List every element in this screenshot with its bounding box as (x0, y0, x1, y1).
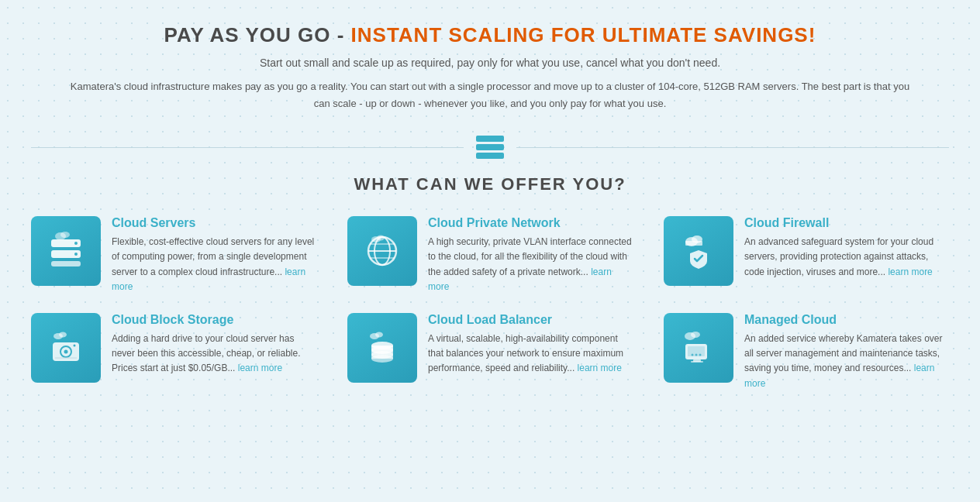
cloud-private-network-title: Cloud Private Network (428, 216, 633, 230)
cloud-private-network-icon (347, 216, 417, 286)
card-cloud-private-network: Cloud Private Network A high security, p… (347, 216, 633, 294)
card-cloud-servers: Cloud Servers Flexible, cost-effective c… (31, 216, 316, 294)
cloud-firewall-title: Cloud Firewall (744, 216, 949, 230)
svg-point-18 (59, 332, 67, 337)
card-cloud-firewall: Cloud Firewall An advanced safeguard sys… (664, 216, 949, 294)
divider-line-left (31, 147, 464, 148)
cloud-servers-icon (31, 216, 101, 286)
cloud-load-balancer-link[interactable]: learn more (578, 363, 622, 373)
divider (31, 136, 949, 159)
svg-rect-2 (51, 261, 81, 266)
cloud-block-storage-title: Cloud Block Storage (112, 313, 316, 327)
cloud-load-balancer-icon (347, 313, 417, 383)
card-cloud-load-balancer: Cloud Load Balancer A virtual, scalable,… (347, 313, 633, 391)
subtitle: Start out small and scale up as required… (31, 57, 949, 69)
title-static: PAY AS YOU GO - (164, 23, 351, 46)
offers-title: WHAT CAN WE OFFER YOU? (31, 174, 949, 194)
cloud-block-storage-link[interactable]: learn more (238, 363, 282, 373)
cloud-firewall-content: Cloud Firewall An advanced safeguard sys… (744, 216, 949, 280)
cloud-private-network-text: A high security, private VLAN interface … (428, 235, 633, 294)
svg-rect-16 (685, 241, 702, 246)
svg-point-6 (60, 232, 70, 238)
cloud-block-storage-text: Adding a hard drive to your cloud server… (112, 332, 316, 376)
managed-cloud-icon (664, 313, 733, 383)
managed-cloud-content: Managed Cloud An added service whereby K… (744, 313, 949, 391)
cloud-servers-title: Cloud Servers (112, 216, 316, 230)
divider-line-right (516, 147, 949, 148)
svg-point-22 (74, 344, 76, 346)
cloud-firewall-icon (664, 216, 733, 286)
cloud-load-balancer-content: Cloud Load Balancer A virtual, scalable,… (428, 313, 633, 376)
cloud-firewall-link[interactable]: learn more (888, 266, 932, 277)
cloud-load-balancer-title: Cloud Load Balancer (428, 313, 633, 327)
cloud-servers-text: Flexible, cost-effective cloud servers f… (112, 235, 316, 294)
cloud-firewall-text: An advanced safeguard system for your cl… (744, 235, 949, 280)
svg-point-4 (74, 253, 78, 256)
header-section: PAY AS YOU GO - INSTANT SCALING FOR ULTI… (31, 23, 949, 112)
cloud-block-storage-icon (31, 313, 101, 383)
svg-point-21 (64, 349, 68, 353)
svg-rect-38 (691, 361, 703, 363)
svg-point-3 (74, 242, 78, 245)
divider-bar-2 (476, 144, 504, 150)
svg-point-13 (377, 236, 385, 241)
svg-point-39 (692, 353, 694, 356)
cloud-servers-content: Cloud Servers Flexible, cost-effective c… (112, 216, 316, 294)
svg-point-34 (691, 332, 700, 338)
managed-cloud-title: Managed Cloud (744, 313, 949, 327)
svg-point-32 (371, 355, 393, 363)
page-title: PAY AS YOU GO - INSTANT SCALING FOR ULTI… (31, 23, 949, 47)
cloud-load-balancer-text: A virtual, scalable, high-availability c… (428, 332, 633, 376)
divider-bar-3 (476, 153, 504, 159)
cloud-block-storage-content: Cloud Block Storage Adding a hard drive … (112, 313, 316, 376)
card-cloud-block-storage: Cloud Block Storage Adding a hard drive … (31, 313, 316, 391)
description: Kamatera's cloud infrastructure makes pa… (64, 78, 916, 112)
svg-point-40 (695, 353, 698, 356)
svg-point-25 (375, 332, 383, 337)
divider-icon (476, 136, 504, 159)
card-managed-cloud: Managed Cloud An added service whereby K… (664, 313, 949, 391)
cloud-private-network-content: Cloud Private Network A high security, p… (428, 216, 633, 294)
svg-point-41 (699, 353, 702, 356)
title-highlight: INSTANT SCALING FOR ULTIMATE SAVINGS! (351, 23, 816, 46)
managed-cloud-text: An added service whereby Kamatera takes … (744, 332, 949, 391)
cards-grid: Cloud Servers Flexible, cost-effective c… (31, 216, 949, 391)
divider-bar-1 (476, 136, 504, 142)
